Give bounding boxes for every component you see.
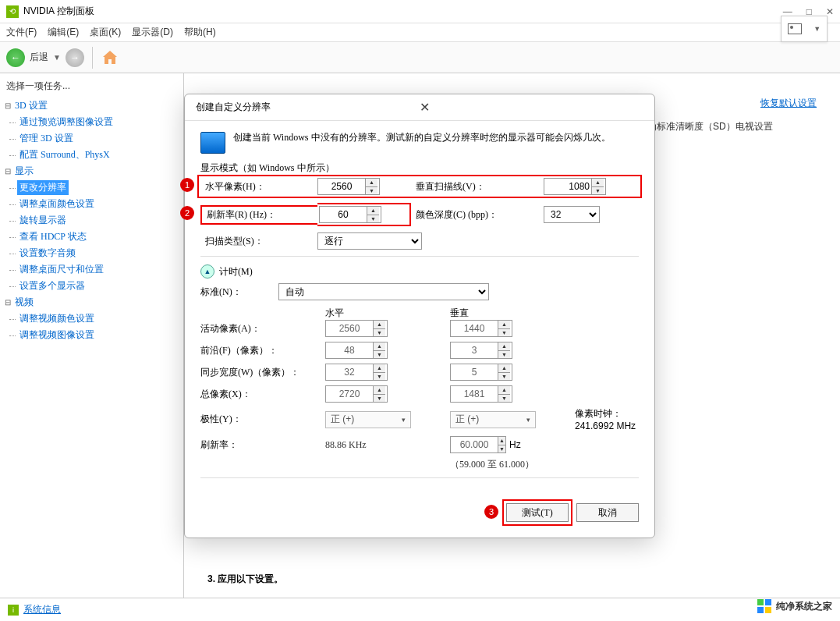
frontporch-h-input[interactable]: ▲▼ (325, 342, 388, 359)
custom-resolution-dialog: 创建自定义分辨率 ✕ 创建当前 Windows 中没有的分辨率。测试新的自定义分… (184, 94, 655, 538)
sysinfo-link[interactable]: 系统信息 (23, 603, 61, 616)
menu-help[interactable]: 帮助(H) (184, 26, 216, 39)
footer: i 系统信息 (0, 598, 840, 621)
sysinfo-icon: i (8, 605, 19, 616)
refreshrate-v-input[interactable]: ▲▼ (450, 436, 506, 453)
menu-edit[interactable]: 编辑(E) (48, 26, 79, 39)
refreshrate-label: 刷新率： (200, 438, 325, 452)
sidebar: 选择一项任务... ⊟3D 设置 通过预览调整图像设置 管理 3D 设置 配置 … (0, 73, 184, 598)
colordepth-select[interactable]: 32 (544, 206, 600, 223)
tree-toggle-3d[interactable]: ⊟ (3, 101, 12, 110)
sidebar-item-audio[interactable]: 设置数字音频 (17, 246, 78, 261)
back-button[interactable]: ← (6, 48, 25, 67)
vlines-label: 垂直扫描线(V)： (411, 180, 544, 193)
refresh-input[interactable]: ▲▼ (319, 206, 381, 223)
standard-label: 标准(N)： (200, 286, 278, 299)
tree-toggle-video[interactable]: ⊟ (3, 298, 12, 307)
sidebar-item-videoimage[interactable]: 调整视频图像设置 (17, 328, 97, 342)
sidebar-item-surround[interactable]: 配置 Surround、PhysX (17, 147, 112, 162)
timing-collapse[interactable]: ▲ (200, 264, 214, 279)
total-label: 总像素(X)： (200, 388, 325, 401)
monitor-icon (200, 132, 225, 154)
polarity-label: 极性(Y)： (200, 413, 325, 426)
vlines-input[interactable]: ▲▼ (544, 178, 606, 195)
polarity-h-select[interactable]: 正 (+) (325, 411, 411, 428)
total-h-input[interactable]: ▲▼ (325, 385, 388, 403)
sidebar-item-rotate[interactable]: 旋转显示器 (17, 213, 69, 228)
watermark: 纯净系统之家 (757, 599, 832, 613)
titlebar: ⟲ NVIDIA 控制面板 — □ ✕ (0, 0, 840, 23)
sidebar-item-multi[interactable]: 设置多个显示器 (17, 279, 87, 293)
colordepth-label: 颜色深度(C) (bpp)： (411, 208, 544, 222)
syncwidth-v-input[interactable]: ▲▼ (450, 364, 512, 381)
step3-heading: 3. 应用以下设置。 (207, 573, 283, 586)
marker-3: 3 (484, 505, 498, 519)
dialog-close-button[interactable]: ✕ (420, 100, 643, 115)
scantype-select[interactable]: 逐行 (317, 232, 422, 250)
dialog-title: 创建自定义分辨率 (196, 101, 420, 114)
pixclock-value: 241.6992 MHz (575, 421, 639, 431)
watermark-icon (757, 599, 771, 613)
back-dropdown[interactable]: ▼ (53, 53, 61, 62)
restore-defaults-link[interactable]: 恢复默认设置 (760, 97, 817, 110)
dialog-info-text: 创建当前 Windows 中没有的分辨率。测试新的自定义分辨率时您的显示器可能会… (233, 130, 611, 154)
window-title: NVIDIA 控制面板 (23, 5, 783, 18)
tree-section-3d[interactable]: 3D 设置 (12, 98, 50, 113)
toolbar: ← 后退 ▼ → (0, 42, 840, 73)
watermark-text: 纯净系统之家 (776, 600, 832, 613)
forward-button[interactable]: → (66, 48, 84, 67)
image-icon (788, 23, 802, 34)
syncwidth-label: 同步宽度(W)（像素）： (200, 366, 325, 379)
menu-file[interactable]: 文件(F) (6, 26, 37, 39)
menubar: 文件(F) 编辑(E) 桌面(K) 显示器(D) 帮助(H) (0, 23, 840, 42)
total-v-input[interactable]: ▲▼ (450, 385, 512, 403)
refresh-label: 刷新率(R) (Hz)： (200, 205, 317, 225)
tree-section-video[interactable]: 视频 (12, 295, 36, 310)
display-mode-label: 显示模式（如 Windows 中所示） (200, 161, 639, 175)
tree-section-display[interactable]: 显示 (12, 164, 36, 179)
col-v-header: 垂直 (450, 307, 575, 320)
col-h-header: 水平 (325, 307, 450, 320)
sidebar-item-hdcp[interactable]: 查看 HDCP 状态 (17, 229, 89, 244)
separator (92, 47, 93, 69)
marker-1: 1 (180, 178, 194, 192)
standard-select[interactable]: 自动 (278, 283, 489, 300)
sidebar-item-resolution[interactable]: 更改分辨率 (17, 180, 69, 195)
refreshrate-h: 88.86 KHz (325, 439, 450, 451)
active-label: 活动像素(A)： (200, 322, 325, 335)
menu-desktop[interactable]: 桌面(K) (90, 26, 121, 39)
timing-label: 计时(M) (219, 265, 253, 279)
home-icon[interactable] (101, 48, 119, 67)
nvidia-icon: ⟲ (6, 5, 19, 18)
hpixels-input[interactable]: ▲▼ (317, 178, 380, 195)
frontporch-label: 前沿(F)（像素）： (200, 344, 325, 357)
active-h-input[interactable]: ▲▼ (325, 320, 388, 337)
sidebar-item-preview[interactable]: 通过预览调整图像设置 (17, 115, 115, 130)
frontporch-v-input[interactable]: ▲▼ (450, 342, 512, 359)
chevron-down-icon[interactable]: ▼ (813, 25, 821, 33)
hpixels-label: 水平像素(H)： (200, 180, 317, 193)
cancel-button[interactable]: 取消 (576, 503, 639, 522)
refreshrate-unit: Hz (509, 439, 521, 450)
tree-toggle-display[interactable]: ⊟ (3, 167, 12, 176)
active-v-input[interactable]: ▲▼ (450, 320, 512, 337)
sidebar-item-size[interactable]: 调整桌面尺寸和位置 (17, 262, 106, 277)
test-button[interactable]: 测试(T) (506, 503, 569, 522)
back-label: 后退 (30, 51, 48, 64)
floating-tool[interactable]: ▼ (781, 16, 828, 42)
menu-display[interactable]: 显示器(D) (132, 26, 173, 39)
sidebar-item-videocolor[interactable]: 调整视频颜色设置 (17, 311, 97, 326)
pixclock-label: 像素时钟： (575, 407, 639, 421)
scantype-label: 扫描类型(S)： (200, 235, 317, 248)
sidebar-item-desktopcolor[interactable]: 调整桌面颜色设置 (17, 197, 97, 211)
polarity-v-select[interactable]: 正 (+) (450, 411, 536, 428)
marker-2: 2 (180, 206, 194, 220)
sidebar-item-manage3d[interactable]: 管理 3D 设置 (17, 131, 76, 146)
refresh-range: （59.000 至 61.000） (450, 458, 575, 471)
sidebar-title: 选择一项任务... (3, 78, 180, 94)
syncwidth-h-input[interactable]: ▲▼ (325, 364, 388, 381)
